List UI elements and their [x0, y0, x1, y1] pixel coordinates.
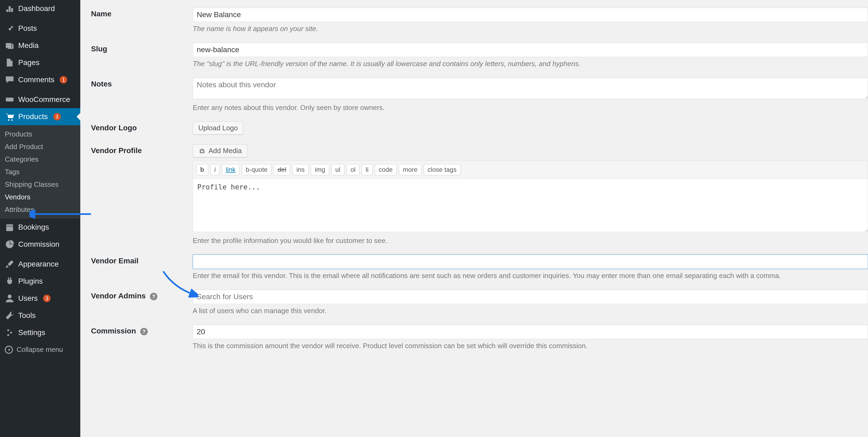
- camera-icon: [198, 147, 206, 155]
- sidebar-label: Commission: [18, 240, 59, 249]
- slug-label: Slug: [91, 45, 107, 53]
- svg-point-2: [11, 119, 12, 121]
- sidebar-label: Comments: [18, 75, 54, 84]
- sidebar-label: Users: [18, 294, 38, 303]
- media-icon: [5, 41, 14, 50]
- sidebar-item-users[interactable]: Users 3: [0, 290, 80, 307]
- submenu-vendors[interactable]: Vendors: [0, 191, 80, 204]
- svg-rect-3: [6, 224, 13, 231]
- admin-sidebar: Dashboard Posts Media Pages Comments 1 W…: [0, 0, 80, 437]
- submenu-add-product[interactable]: Add Product: [0, 141, 80, 153]
- sidebar-label: Dashboard: [18, 4, 55, 13]
- sliders-icon: [5, 328, 14, 338]
- email-input[interactable]: [193, 254, 868, 269]
- admins-help-icon[interactable]: ?: [150, 293, 157, 300]
- name-input[interactable]: [193, 7, 868, 22]
- slug-desc: The "slug" is the URL-friendly version o…: [193, 60, 868, 68]
- calendar-icon: [5, 222, 14, 232]
- cart-icon: [5, 112, 14, 122]
- notes-input[interactable]: [193, 77, 868, 99]
- qt-img[interactable]: img: [311, 164, 329, 175]
- name-label: Name: [91, 10, 111, 18]
- email-label: Vendor Email: [91, 257, 138, 265]
- sidebar-item-bookings[interactable]: Bookings: [0, 219, 80, 236]
- commission-input[interactable]: [193, 324, 868, 339]
- sidebar-item-dashboard[interactable]: Dashboard: [0, 0, 80, 17]
- upload-logo-button[interactable]: Upload Logo: [193, 122, 243, 135]
- svg-point-7: [7, 334, 9, 336]
- products-submenu: Products Add Product Categories Tags Shi…: [0, 125, 80, 219]
- svg-point-5: [7, 329, 9, 331]
- submenu-products[interactable]: Products: [0, 128, 80, 141]
- sidebar-item-posts[interactable]: Posts: [0, 20, 80, 37]
- sidebar-item-woocommerce[interactable]: WooCommerce: [0, 91, 80, 108]
- qt-code[interactable]: code: [375, 164, 397, 175]
- svg-point-6: [10, 332, 12, 334]
- qt-ol[interactable]: ol: [347, 164, 360, 175]
- logo-label: Vendor Logo: [91, 124, 137, 132]
- collapse-label: Collapse menu: [17, 345, 63, 354]
- svg-point-4: [8, 294, 11, 299]
- chart-pie-icon: [5, 240, 14, 249]
- pages-icon: [5, 58, 14, 67]
- submenu-tags[interactable]: Tags: [0, 166, 80, 178]
- admins-desc: A list of users who can manage this vend…: [193, 307, 868, 315]
- sidebar-label: Appearance: [18, 260, 59, 269]
- add-media-button[interactable]: Add Media: [193, 144, 247, 157]
- plug-icon: [5, 276, 14, 286]
- collapse-icon: [5, 346, 13, 354]
- qt-ins[interactable]: ins: [292, 164, 309, 175]
- sidebar-label: Media: [18, 41, 38, 50]
- sidebar-label: Settings: [18, 329, 45, 337]
- svg-rect-0: [6, 98, 14, 101]
- email-desc: Enter the email for this vendor. This is…: [193, 272, 868, 280]
- qt-del[interactable]: del: [274, 164, 290, 175]
- sidebar-item-comments[interactable]: Comments 1: [0, 71, 80, 88]
- qt-ul[interactable]: ul: [331, 164, 344, 175]
- qt-more[interactable]: more: [399, 164, 422, 175]
- brush-icon: [5, 259, 14, 269]
- commission-label: Commission: [91, 327, 136, 335]
- vendor-form: Name The name is how it appears on your …: [91, 3, 868, 355]
- sidebar-item-appearance[interactable]: Appearance: [0, 256, 80, 273]
- comments-badge: 1: [60, 76, 67, 84]
- collapse-menu[interactable]: Collapse menu: [0, 341, 80, 358]
- qt-li[interactable]: li: [362, 164, 373, 175]
- profile-desc: Enter the profile information you would …: [193, 237, 868, 245]
- quicktags-toolbar: b i link b-quote del ins img ul ol li co…: [193, 161, 868, 179]
- sidebar-item-products[interactable]: Products 3: [0, 108, 80, 125]
- submenu-attributes[interactable]: Attributes: [0, 204, 80, 216]
- notes-desc: Enter any notes about this vendor. Only …: [193, 103, 868, 112]
- commission-desc: This is the commission amount the vendor…: [193, 342, 868, 350]
- sidebar-item-plugins[interactable]: Plugins: [0, 273, 80, 290]
- submenu-categories[interactable]: Categories: [0, 153, 80, 166]
- qt-bquote[interactable]: b-quote: [242, 164, 271, 175]
- sidebar-item-pages[interactable]: Pages: [0, 54, 80, 71]
- dashboard-icon: [5, 4, 14, 13]
- qt-italic[interactable]: i: [210, 164, 220, 175]
- commission-help-icon[interactable]: ?: [140, 328, 148, 335]
- slug-input[interactable]: [193, 42, 868, 57]
- products-badge: 3: [53, 113, 61, 120]
- sidebar-label: Tools: [18, 311, 36, 320]
- wrench-icon: [5, 311, 14, 320]
- svg-point-1: [8, 119, 9, 121]
- qt-bold[interactable]: b: [196, 164, 208, 175]
- pin-icon: [5, 24, 14, 33]
- users-badge: 3: [43, 294, 51, 302]
- admins-input[interactable]: [193, 289, 868, 304]
- sidebar-item-commission[interactable]: Commission: [0, 236, 80, 253]
- qt-link[interactable]: link: [222, 164, 240, 175]
- add-media-label: Add Media: [209, 147, 242, 155]
- name-desc: The name is how it appears on your site.: [193, 25, 868, 33]
- admins-label: Vendor Admins: [91, 292, 146, 300]
- profile-editor[interactable]: [193, 179, 868, 232]
- sidebar-item-settings[interactable]: Settings: [0, 324, 80, 341]
- sidebar-label: WooCommerce: [18, 95, 70, 104]
- sidebar-item-media[interactable]: Media: [0, 37, 80, 54]
- sidebar-label: Products: [18, 113, 48, 121]
- sidebar-item-tools[interactable]: Tools: [0, 307, 80, 324]
- submenu-shipping-classes[interactable]: Shipping Classes: [0, 178, 80, 191]
- qt-close[interactable]: close tags: [424, 164, 461, 175]
- user-icon: [5, 293, 14, 303]
